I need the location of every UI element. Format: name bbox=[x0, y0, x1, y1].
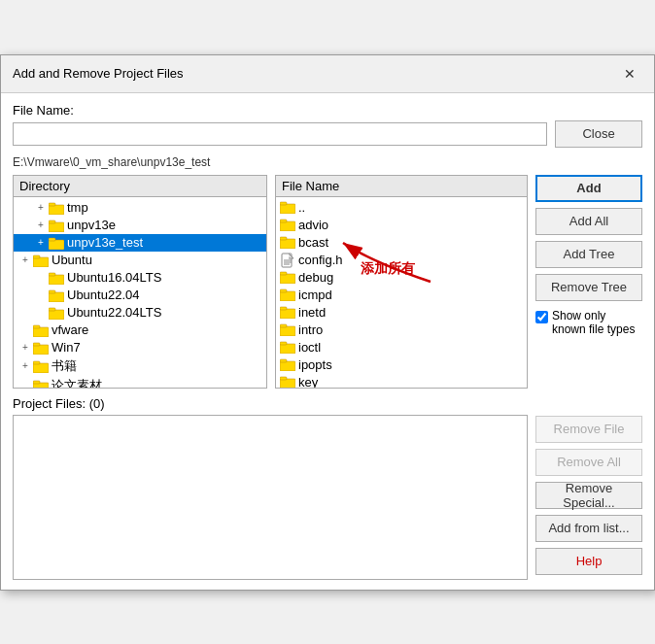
file-panel-body[interactable]: .. advio bcast config.h debug icmpd inet… bbox=[276, 197, 527, 388]
project-buttons-col: Remove File Remove All Remove Special...… bbox=[535, 396, 642, 575]
project-files-col: Project Files: (0) bbox=[13, 396, 528, 580]
dir-tree-item[interactable]: + tmp bbox=[14, 199, 266, 217]
svg-rect-8 bbox=[49, 275, 64, 285]
dir-tree-item[interactable]: 论文素材 bbox=[14, 376, 266, 388]
file-item-name: intro bbox=[298, 322, 323, 337]
dir-item-name: 书籍 bbox=[52, 357, 77, 375]
svg-rect-25 bbox=[280, 220, 287, 222]
dir-tree-item[interactable]: + Ubuntu bbox=[14, 252, 266, 269]
dir-tree-item[interactable]: Ubuntu22.04LTS bbox=[14, 304, 266, 322]
dir-tree-item[interactable]: + Win7 bbox=[14, 339, 266, 356]
expand-icon[interactable]: + bbox=[33, 235, 49, 251]
directory-panel-body[interactable]: + tmp+ unpv13e+ unpv13e_test+ Ubuntu Ubu… bbox=[14, 197, 266, 388]
file-panel-wrapper: File Name .. advio bcast config.h debug … bbox=[275, 175, 528, 389]
file-list-item[interactable]: debug bbox=[276, 269, 527, 287]
svg-rect-1 bbox=[49, 203, 55, 206]
file-name-label: File Name: bbox=[13, 103, 642, 118]
file-list-item[interactable]: icmpd bbox=[276, 287, 527, 304]
expand-icon[interactable] bbox=[33, 305, 49, 321]
dir-item-name: unpv13e bbox=[67, 218, 116, 232]
dir-tree-item[interactable]: + unpv13e bbox=[14, 217, 266, 234]
dir-tree-item[interactable]: + unpv13e_test bbox=[14, 234, 266, 252]
action-buttons-col: Add Add All Add Tree Remove Tree Show on… bbox=[535, 175, 642, 389]
svg-rect-5 bbox=[49, 238, 55, 241]
expand-icon[interactable]: + bbox=[17, 340, 33, 356]
close-button[interactable]: Close bbox=[555, 120, 642, 148]
svg-rect-14 bbox=[33, 327, 49, 337]
file-name-row: Close bbox=[13, 120, 642, 148]
add-button[interactable]: Add bbox=[535, 175, 642, 202]
expand-icon[interactable] bbox=[17, 322, 33, 338]
folder-icon bbox=[49, 288, 64, 302]
dir-item-name: Ubuntu16.04LTS bbox=[67, 270, 161, 285]
main-panels-row: Directory + tmp+ unpv13e+ unpv13e_test+ … bbox=[13, 175, 642, 389]
file-list-item[interactable]: .. bbox=[276, 199, 527, 217]
file-list-item[interactable]: config.h bbox=[276, 252, 527, 269]
dialog: Add and Remove Project Files ✕ File Name… bbox=[0, 54, 655, 591]
bottom-row: Project Files: (0) Remove File Remove Al… bbox=[13, 396, 642, 580]
file-list-item[interactable]: advio bbox=[276, 217, 527, 234]
svg-rect-41 bbox=[280, 342, 287, 345]
dir-tree-item[interactable]: Ubuntu22.04 bbox=[14, 287, 266, 304]
svg-rect-43 bbox=[280, 359, 287, 362]
svg-rect-45 bbox=[280, 377, 287, 380]
expand-icon[interactable]: + bbox=[17, 253, 33, 268]
svg-rect-11 bbox=[49, 290, 55, 293]
current-path: E:\Vmware\0_vm_share\unpv13e_test bbox=[13, 155, 642, 169]
show-known-label: Show only known file types bbox=[552, 309, 642, 336]
folder-icon bbox=[33, 254, 49, 267]
dir-item-name: 论文素材 bbox=[52, 377, 102, 388]
add-all-button[interactable]: Add All bbox=[535, 208, 642, 235]
svg-rect-9 bbox=[49, 273, 55, 276]
svg-rect-2 bbox=[49, 222, 64, 232]
svg-rect-16 bbox=[33, 345, 49, 355]
svg-rect-4 bbox=[49, 240, 64, 250]
svg-rect-40 bbox=[280, 344, 295, 354]
remove-tree-button[interactable]: Remove Tree bbox=[535, 274, 642, 301]
expand-icon[interactable]: + bbox=[33, 218, 49, 233]
file-list-item[interactable]: intro bbox=[276, 322, 527, 339]
dialog-close-button[interactable]: ✕ bbox=[617, 63, 642, 85]
dialog-title: Add and Remove Project Files bbox=[13, 66, 184, 81]
folder-icon bbox=[33, 323, 49, 337]
file-icon bbox=[280, 253, 295, 268]
expand-icon[interactable]: + bbox=[33, 200, 49, 216]
dir-tree-item[interactable]: + 书籍 bbox=[14, 356, 266, 376]
expand-icon[interactable] bbox=[33, 288, 49, 303]
svg-rect-27 bbox=[280, 237, 287, 240]
remove-all-button[interactable]: Remove All bbox=[535, 449, 642, 476]
remove-file-button[interactable]: Remove File bbox=[535, 416, 642, 443]
help-button[interactable]: Help bbox=[535, 548, 642, 575]
project-files-box[interactable] bbox=[13, 415, 528, 580]
svg-rect-21 bbox=[33, 381, 40, 384]
show-known-checkbox[interactable] bbox=[535, 311, 548, 323]
project-files-section: Project Files: (0) Remove File Remove Al… bbox=[13, 396, 642, 580]
folder-icon bbox=[33, 379, 49, 388]
svg-rect-15 bbox=[33, 325, 40, 328]
svg-rect-3 bbox=[49, 220, 55, 223]
remove-special-button[interactable]: Remove Special... bbox=[535, 482, 642, 509]
file-list-item[interactable]: ioctl bbox=[276, 339, 527, 356]
expand-icon[interactable]: + bbox=[17, 358, 33, 374]
folder-icon bbox=[280, 200, 295, 216]
file-item-name: inetd bbox=[298, 305, 326, 320]
file-list-item[interactable]: bcast bbox=[276, 234, 527, 252]
add-from-list-button[interactable]: Add from list... bbox=[535, 515, 642, 542]
folder-icon bbox=[280, 270, 295, 286]
svg-rect-35 bbox=[280, 289, 287, 292]
file-list-item[interactable]: ipopts bbox=[276, 356, 527, 374]
folder-icon bbox=[280, 218, 295, 233]
file-item-name: config.h bbox=[298, 253, 343, 267]
dir-tree-item[interactable]: Ubuntu16.04LTS bbox=[14, 269, 266, 287]
expand-icon[interactable] bbox=[17, 378, 33, 388]
directory-panel-header: Directory bbox=[14, 176, 266, 197]
file-list-item[interactable]: key bbox=[276, 374, 527, 388]
svg-rect-12 bbox=[49, 310, 64, 320]
expand-icon[interactable] bbox=[33, 270, 49, 286]
file-list-item[interactable]: inetd bbox=[276, 304, 527, 322]
dir-tree-item[interactable]: vfware bbox=[14, 322, 266, 339]
add-tree-button[interactable]: Add Tree bbox=[535, 241, 642, 268]
svg-rect-39 bbox=[280, 324, 287, 327]
dir-item-name: Ubuntu22.04 bbox=[67, 288, 139, 302]
file-name-input[interactable] bbox=[13, 122, 547, 146]
